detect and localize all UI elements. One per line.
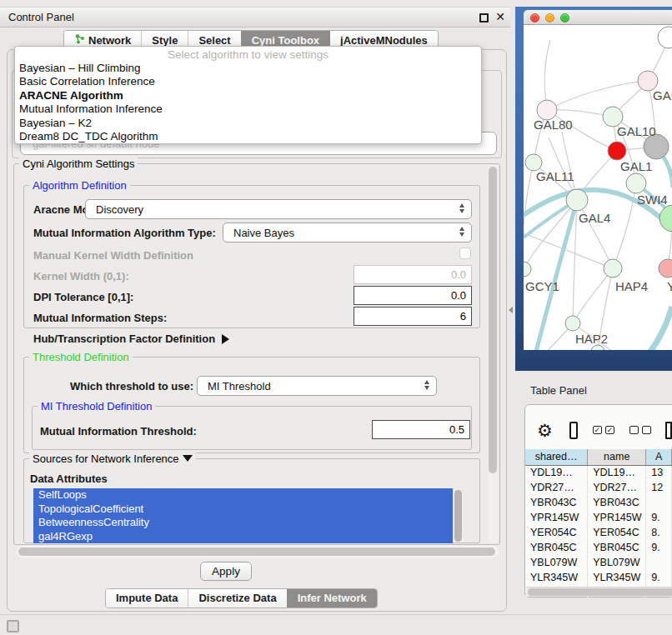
table-row[interactable]: YBR043CYBR043C: [525, 495, 672, 510]
manual-kernel-checkbox[interactable]: [459, 248, 471, 259]
mi-steps-field[interactable]: [354, 307, 472, 326]
node-label: GAL10: [617, 124, 656, 138]
table-cell[interactable]: YDR27…: [525, 480, 588, 495]
network-edge[interactable]: [547, 81, 648, 110]
table-cell[interactable]: 9.: [646, 570, 672, 585]
node-hap2[interactable]: [565, 316, 580, 331]
document-icon[interactable]: [665, 422, 672, 439]
apply-button[interactable]: Apply: [200, 562, 252, 581]
table-cell[interactable]: YBL079W: [588, 555, 646, 570]
algorithm-option[interactable]: Mutual Information Inference: [15, 102, 481, 116]
table-cell[interactable]: [646, 495, 672, 510]
table-cell[interactable]: 8.: [646, 525, 672, 540]
table-cell[interactable]: YPR145W: [588, 510, 646, 525]
split-view-icon[interactable]: [569, 422, 578, 439]
aracne-mode-combobox[interactable]: Discovery: [85, 199, 472, 219]
algorithm-option[interactable]: Bayesian – K2: [15, 117, 481, 130]
table-cell[interactable]: YLR345W: [588, 570, 646, 585]
sources-legend[interactable]: Sources for Network Inference: [29, 452, 196, 465]
dpi-tolerance-field[interactable]: [354, 286, 472, 305]
tab-infer-network[interactable]: Infer Network: [287, 589, 377, 608]
algorithm-option[interactable]: ARACNE Algorithm: [15, 89, 481, 102]
node-swi4-big[interactable]: [659, 205, 672, 232]
panel-splitter-arrow[interactable]: [509, 307, 513, 313]
node-salmon[interactable]: [659, 259, 672, 278]
attribute-list-item[interactable]: BetweennessCentrality: [33, 516, 453, 530]
algorithm-option[interactable]: Dream8 DC_TDC Algorithm: [15, 130, 481, 143]
select-all-icon[interactable]: ✓✓: [593, 426, 614, 434]
algorithm-option[interactable]: Basic Correlation Inference: [15, 75, 481, 88]
table-cell[interactable]: [646, 555, 672, 570]
column-header[interactable]: shared…: [525, 449, 588, 465]
node-gcy1[interactable]: [524, 262, 531, 277]
node-hap4[interactable]: [604, 259, 622, 278]
table-cell[interactable]: YBL079W: [525, 555, 588, 570]
divider: [0, 614, 672, 615]
node-gal4[interactable]: [566, 189, 588, 211]
table-cell[interactable]: 9.: [646, 540, 672, 555]
table-cell[interactable]: YER054C: [525, 525, 588, 540]
table-cell[interactable]: YLR345W: [525, 570, 588, 585]
settings-hscrollbar-thumb[interactable]: [18, 548, 495, 556]
gear-icon[interactable]: ⚙: [537, 422, 553, 439]
data-attributes-label: Data Attributes: [30, 472, 108, 485]
table-row[interactable]: YPR145WYPR145W9.: [525, 510, 672, 525]
attribute-list-item[interactable]: gal4RGexp: [33, 530, 453, 544]
node-gal1[interactable]: [626, 173, 646, 193]
tab-impute-data[interactable]: Impute Data: [106, 589, 188, 608]
table-row[interactable]: YDL19…YDL19…13: [525, 465, 672, 480]
table-cell[interactable]: 12: [646, 480, 672, 495]
node-table[interactable]: shared…nameAYDL19…YDL19…13YDR27…YDR27…12…: [525, 449, 672, 600]
mi-threshold-label: Mutual Information Threshold:: [40, 425, 197, 438]
algorithm-option[interactable]: Bayesian – Hill Climbing: [15, 62, 481, 75]
node-label: GAL80: [534, 118, 573, 132]
node-top-partial[interactable]: [658, 27, 672, 48]
table-cell[interactable]: YBR043C: [588, 495, 646, 510]
close-icon[interactable]: ✕: [495, 10, 505, 23]
node-label: HAP2: [575, 332, 608, 346]
network-edge[interactable]: [524, 323, 573, 350]
table-row[interactable]: YBL079WYBL079W: [525, 555, 672, 570]
data-attributes-list[interactable]: SelfLoopsTopologicalCoefficientBetweenne…: [33, 488, 464, 543]
mi-type-combobox[interactable]: Naive Bayes: [223, 222, 472, 242]
attribute-list-item[interactable]: TopologicalCoefficient: [33, 502, 453, 517]
column-header[interactable]: name: [588, 449, 646, 465]
attribute-list-item[interactable]: SelfLoops: [33, 488, 453, 502]
table-cell[interactable]: YDL19…: [588, 465, 646, 480]
minimized-panel-icon[interactable]: [7, 620, 19, 632]
table-cell[interactable]: YBR045C: [588, 540, 646, 555]
table-row[interactable]: YDR27…YDR27…12: [525, 480, 672, 495]
hub-definition-toggle[interactable]: Hub/Transcription Factor Definition: [33, 332, 229, 345]
node-gal11[interactable]: [525, 154, 542, 171]
which-threshold-combobox[interactable]: MI Threshold: [197, 376, 437, 396]
node-red[interactable]: [608, 142, 626, 160]
table-row[interactable]: YLR345WYLR345W9.: [525, 570, 672, 585]
table-row[interactable]: YER054CYER054C8.: [525, 525, 672, 540]
deselect-all-icon[interactable]: [629, 426, 651, 434]
table-cell[interactable]: 9.: [646, 510, 672, 525]
kernel-width-field[interactable]: [354, 265, 472, 284]
mi-threshold-field[interactable]: [372, 420, 470, 439]
zoom-traffic-light-icon[interactable]: [560, 13, 569, 22]
network-window-titlebar: [524, 10, 672, 25]
table-row[interactable]: YBR045CYBR045C9.: [525, 540, 672, 555]
settings-scrollbar-thumb[interactable]: [489, 167, 497, 473]
column-header[interactable]: A: [646, 449, 672, 465]
minimize-traffic-light-icon[interactable]: [545, 13, 554, 22]
table-cell[interactable]: YER054C: [588, 525, 646, 540]
attributes-scrollbar-thumb[interactable]: [454, 490, 462, 542]
close-traffic-light-icon[interactable]: [530, 13, 539, 22]
table-cell[interactable]: YDL19…: [525, 465, 588, 480]
float-icon[interactable]: [479, 13, 489, 22]
control-panel-title: Control Panel: [0, 11, 74, 23]
table-cell[interactable]: YDR27…: [588, 480, 646, 495]
network-edge[interactable]: [544, 40, 550, 110]
table-hscrollbar-thumb[interactable]: [528, 588, 672, 596]
network-canvas[interactable]: GALGAL80GAL10GAL1GAL11SWI4GAL4GCY1HAP4YH…: [524, 25, 672, 350]
table-cell[interactable]: YPR145W: [525, 510, 588, 525]
network-edge-highlighted[interactable]: [628, 307, 672, 350]
table-cell[interactable]: YBR045C: [525, 540, 588, 555]
table-cell[interactable]: 13: [646, 465, 672, 480]
tab-discretize-data[interactable]: Discretize Data: [188, 589, 286, 608]
table-cell[interactable]: YBR043C: [525, 495, 588, 510]
